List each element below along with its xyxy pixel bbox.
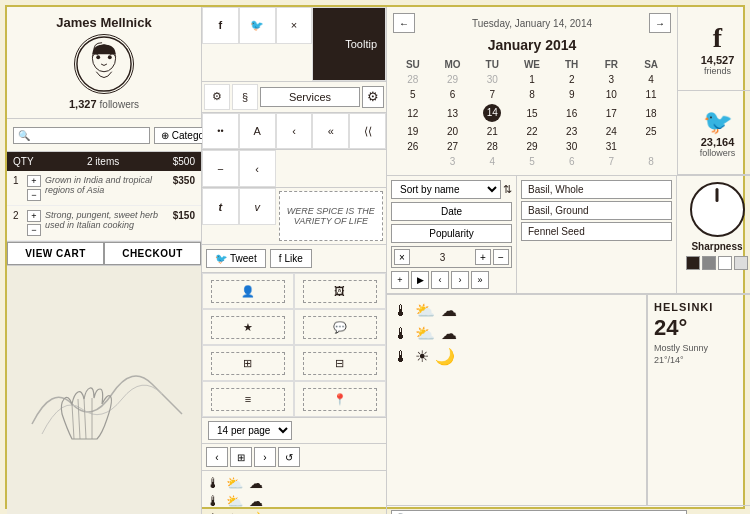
cal-day[interactable]: 29 [433, 72, 473, 87]
grid-view-button[interactable]: ⊞ [230, 447, 252, 467]
stepper-decrease-button[interactable]: − [493, 249, 509, 265]
backfull-icon-cell[interactable]: ⟨⟨ [349, 113, 386, 150]
cal-day[interactable]: 21 [472, 124, 512, 139]
cal-day[interactable]: 25 [631, 124, 671, 139]
cal-day[interactable]: 4 [631, 72, 671, 87]
per-page-select[interactable]: 7 per page 14 per page 28 per page [208, 421, 292, 440]
refresh-button[interactable]: ↺ [278, 447, 300, 467]
media-end-button[interactable]: » [471, 271, 489, 289]
cal-day[interactable]: 27 [433, 139, 473, 154]
cal-day[interactable]: 24 [592, 124, 632, 139]
cal-day[interactable]: 6 [552, 154, 592, 169]
back-icon-cell[interactable]: ‹ [276, 113, 313, 150]
cal-day[interactable]: 7 [592, 154, 632, 169]
swatch-pale[interactable] [734, 256, 748, 270]
cal-day[interactable]: 16 [552, 102, 592, 124]
cal-day[interactable]: 18 [631, 102, 671, 124]
cal-day[interactable]: 10 [592, 87, 632, 102]
cal-day[interactable]: 15 [512, 102, 552, 124]
tweet-button[interactable]: 🐦 Tweet [206, 249, 266, 268]
like-button[interactable]: f Like [270, 249, 312, 268]
cal-day[interactable]: 31 [592, 139, 632, 154]
cal-day[interactable]: 23 [552, 124, 592, 139]
back3-icon-cell[interactable]: ‹ [239, 150, 276, 187]
cal-day[interactable]: 11 [631, 87, 671, 102]
cal-day[interactable]: 6 [433, 87, 473, 102]
qty-increase-1[interactable]: + [27, 175, 41, 187]
list2-widget[interactable]: ≡ [202, 381, 294, 417]
services-input[interactable]: Services [260, 87, 360, 107]
view-cart-button[interactable]: VIEW CART [7, 242, 104, 265]
stepper-increase-button[interactable]: + [475, 249, 491, 265]
cal-day[interactable] [393, 154, 433, 169]
popularity-filter-button[interactable]: Popularity [391, 224, 512, 243]
swatch-medium[interactable] [702, 256, 716, 270]
cal-day[interactable]: 29 [512, 139, 552, 154]
back2-icon-cell[interactable]: « [312, 113, 349, 150]
cal-day[interactable]: 28 [472, 139, 512, 154]
spice-item-3[interactable]: Fennel Seed [521, 222, 672, 241]
grid-widget[interactable]: ⊞ [202, 345, 294, 381]
checkout-button[interactable]: CHECKOUT [104, 242, 201, 265]
cal-day[interactable]: 7 [472, 87, 512, 102]
swatch-light[interactable] [718, 256, 732, 270]
photo-widget[interactable]: 🖼 [294, 273, 386, 309]
media-back-button[interactable]: ‹ [431, 271, 449, 289]
bottom-search-input[interactable] [391, 510, 687, 514]
list-widget[interactable]: ⊟ [294, 345, 386, 381]
cal-day[interactable] [631, 139, 671, 154]
chat-widget[interactable]: 💬 [294, 309, 386, 345]
cal-day[interactable]: 4 [472, 154, 512, 169]
cal-day[interactable]: 20 [433, 124, 473, 139]
prev-page-button[interactable]: ‹ [206, 447, 228, 467]
cal-day[interactable]: 17 [592, 102, 632, 124]
cal-day[interactable]: 3 [592, 72, 632, 87]
cal-day[interactable]: 8 [631, 154, 671, 169]
cal-day[interactable]: 19 [393, 124, 433, 139]
qty-decrease-2[interactable]: − [27, 224, 41, 236]
cal-day[interactable]: 8 [512, 87, 552, 102]
cal-day[interactable]: 28 [393, 72, 433, 87]
cal-day[interactable]: 2 [552, 72, 592, 87]
cal-day[interactable]: 3 [433, 154, 473, 169]
stepper-close-button[interactable]: × [394, 249, 410, 265]
media-next-button[interactable]: › [451, 271, 469, 289]
cal-day[interactable]: 5 [512, 154, 552, 169]
cal-next-button[interactable]: → [649, 13, 671, 33]
cal-prev-button[interactable]: ← [393, 13, 415, 33]
search-input[interactable] [13, 127, 150, 144]
person-widget[interactable]: 👤 [202, 273, 294, 309]
location-widget[interactable]: 📍 [294, 381, 386, 417]
cal-day[interactable]: 9 [552, 87, 592, 102]
twitter-icon-cell[interactable]: 🐦 [239, 7, 276, 44]
qty-decrease-1[interactable]: − [27, 189, 41, 201]
spice-item-2[interactable]: Basil, Ground [521, 201, 672, 220]
close-icon-cell[interactable]: × [276, 7, 313, 44]
cal-day[interactable]: 26 [393, 139, 433, 154]
gear-button[interactable]: ⚙ [362, 86, 384, 108]
cal-day[interactable]: 30 [472, 72, 512, 87]
cal-today-cell[interactable]: 14 [472, 102, 512, 124]
facebook-icon-cell[interactable]: f [202, 7, 239, 44]
share-icon-cell[interactable]: § [232, 84, 258, 110]
vine-icon-cell[interactable]: v [239, 188, 276, 225]
settings-icon-cell[interactable]: ⚙ [204, 84, 230, 110]
media-prev-button[interactable]: + [391, 271, 409, 289]
star-widget[interactable]: ★ [202, 309, 294, 345]
text-icon-cell[interactable]: A [239, 113, 276, 150]
cal-day[interactable]: 30 [552, 139, 592, 154]
cal-day[interactable]: 5 [393, 87, 433, 102]
ellipsis-icon-cell[interactable]: •• [202, 113, 239, 150]
cal-day[interactable]: 12 [393, 102, 433, 124]
qty-increase-2[interactable]: + [27, 210, 41, 222]
spice-item-1[interactable]: Basil, Whole [521, 180, 672, 199]
sharpness-knob[interactable] [690, 182, 745, 237]
cal-day[interactable]: 22 [512, 124, 552, 139]
date-filter-button[interactable]: Date [391, 202, 512, 221]
tumblr-icon-cell[interactable]: t [202, 188, 239, 225]
minus-icon-cell[interactable]: − [202, 150, 239, 187]
cal-day[interactable]: 13 [433, 102, 473, 124]
cal-day[interactable]: 1 [512, 72, 552, 87]
swatch-dark[interactable] [686, 256, 700, 270]
next-page-button[interactable]: › [254, 447, 276, 467]
